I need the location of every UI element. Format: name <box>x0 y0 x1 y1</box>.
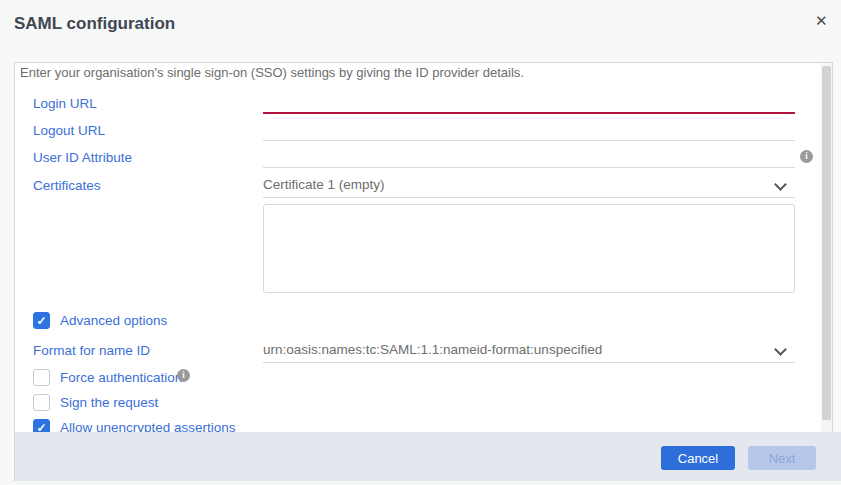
panel-bottom-margin <box>0 481 841 485</box>
dialog-footer: Cancel Next <box>15 432 841 481</box>
user-id-attribute-info-icon[interactable]: i <box>800 150 813 163</box>
chevron-down-icon <box>774 343 787 356</box>
cancel-button[interactable]: Cancel <box>661 446 735 470</box>
sign-the-request-checkbox[interactable]: ✓ <box>33 394 50 411</box>
logout-url-input[interactable] <box>263 121 795 141</box>
certificates-selected-value: Certificate 1 (empty) <box>263 177 385 192</box>
format-for-name-id-selected-value: urn:oasis:names:tc:SAML:1.1:nameid-forma… <box>263 342 602 357</box>
format-for-name-id-label: Format for name ID <box>33 343 150 358</box>
advanced-options-checkbox[interactable]: ✓ <box>33 312 50 329</box>
dialog-description: Enter your organisation's single sign-on… <box>20 65 800 80</box>
advanced-options-label[interactable]: Advanced options <box>60 313 167 328</box>
force-authentication-info-icon[interactable]: i <box>177 369 190 382</box>
force-authentication-label[interactable]: Force authentication <box>60 370 182 385</box>
chevron-down-icon <box>774 178 787 191</box>
certificates-select[interactable]: Certificate 1 (empty) <box>263 177 795 198</box>
user-id-attribute-input[interactable] <box>263 148 795 168</box>
force-authentication-checkbox[interactable]: ✓ <box>33 369 50 386</box>
format-for-name-id-select[interactable]: urn:oasis:names:tc:SAML:1.1:nameid-forma… <box>263 342 795 363</box>
check-icon: ✓ <box>34 313 49 329</box>
scrollbar-track[interactable] <box>821 63 832 432</box>
login-url-label: Login URL <box>33 96 97 111</box>
sign-the-request-label[interactable]: Sign the request <box>60 395 158 410</box>
logout-url-label: Logout URL <box>33 123 105 138</box>
saml-configuration-dialog: SAML configuration ✕ Enter your organisa… <box>0 0 841 485</box>
scrollbar-thumb[interactable] <box>822 66 831 420</box>
login-url-input[interactable] <box>263 94 795 114</box>
user-id-attribute-label: User ID Attribute <box>33 150 132 165</box>
next-button[interactable]: Next <box>748 446 816 470</box>
certificates-label: Certificates <box>33 178 101 193</box>
certificate-textarea[interactable] <box>263 204 795 293</box>
